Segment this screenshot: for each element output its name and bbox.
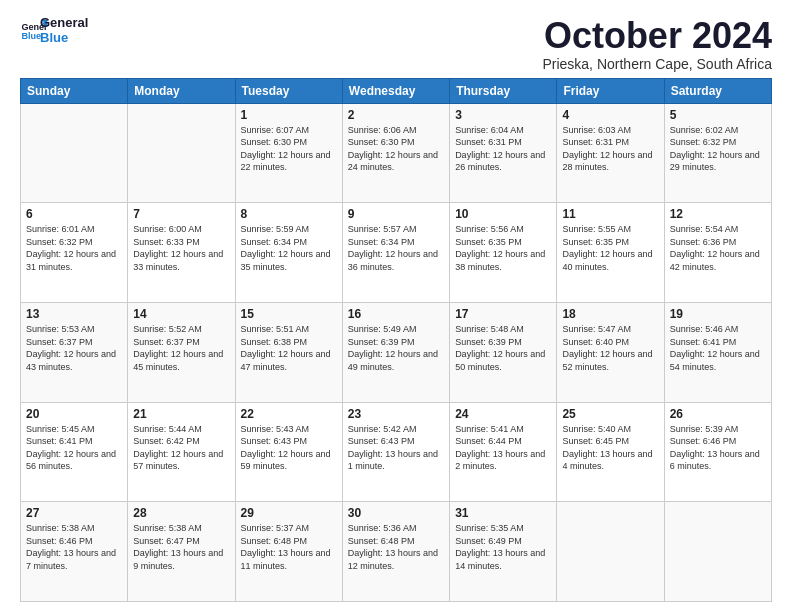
day-number: 20 — [26, 407, 122, 421]
day-detail: Sunrise: 5:35 AM Sunset: 6:49 PM Dayligh… — [455, 522, 551, 572]
day-detail: Sunrise: 6:02 AM Sunset: 6:32 PM Dayligh… — [670, 124, 766, 174]
weekday-header-saturday: Saturday — [664, 78, 771, 103]
day-number: 25 — [562, 407, 658, 421]
day-detail: Sunrise: 5:39 AM Sunset: 6:46 PM Dayligh… — [670, 423, 766, 473]
day-number: 16 — [348, 307, 444, 321]
calendar-cell: 10Sunrise: 5:56 AM Sunset: 6:35 PM Dayli… — [450, 203, 557, 303]
day-number: 19 — [670, 307, 766, 321]
day-detail: Sunrise: 5:42 AM Sunset: 6:43 PM Dayligh… — [348, 423, 444, 473]
calendar-cell: 4Sunrise: 6:03 AM Sunset: 6:31 PM Daylig… — [557, 103, 664, 203]
day-number: 31 — [455, 506, 551, 520]
calendar-cell: 24Sunrise: 5:41 AM Sunset: 6:44 PM Dayli… — [450, 402, 557, 502]
page-title: October 2024 — [542, 16, 772, 56]
day-number: 13 — [26, 307, 122, 321]
page-header: General Blue General Blue October 2024 P… — [20, 16, 772, 72]
day-detail: Sunrise: 5:41 AM Sunset: 6:44 PM Dayligh… — [455, 423, 551, 473]
calendar-week-3: 13Sunrise: 5:53 AM Sunset: 6:37 PM Dayli… — [21, 302, 772, 402]
day-number: 11 — [562, 207, 658, 221]
day-number: 18 — [562, 307, 658, 321]
day-detail: Sunrise: 5:44 AM Sunset: 6:42 PM Dayligh… — [133, 423, 229, 473]
day-detail: Sunrise: 5:54 AM Sunset: 6:36 PM Dayligh… — [670, 223, 766, 273]
weekday-header-sunday: Sunday — [21, 78, 128, 103]
weekday-header-tuesday: Tuesday — [235, 78, 342, 103]
day-detail: Sunrise: 6:07 AM Sunset: 6:30 PM Dayligh… — [241, 124, 337, 174]
day-number: 14 — [133, 307, 229, 321]
day-number: 26 — [670, 407, 766, 421]
day-detail: Sunrise: 5:37 AM Sunset: 6:48 PM Dayligh… — [241, 522, 337, 572]
calendar-cell: 6Sunrise: 6:01 AM Sunset: 6:32 PM Daylig… — [21, 203, 128, 303]
day-detail: Sunrise: 5:53 AM Sunset: 6:37 PM Dayligh… — [26, 323, 122, 373]
title-block: October 2024 Prieska, Northern Cape, Sou… — [542, 16, 772, 72]
day-number: 28 — [133, 506, 229, 520]
day-number: 29 — [241, 506, 337, 520]
day-detail: Sunrise: 5:48 AM Sunset: 6:39 PM Dayligh… — [455, 323, 551, 373]
weekday-header-friday: Friday — [557, 78, 664, 103]
calendar-cell: 3Sunrise: 6:04 AM Sunset: 6:31 PM Daylig… — [450, 103, 557, 203]
day-detail: Sunrise: 6:03 AM Sunset: 6:31 PM Dayligh… — [562, 124, 658, 174]
day-detail: Sunrise: 6:06 AM Sunset: 6:30 PM Dayligh… — [348, 124, 444, 174]
day-number: 23 — [348, 407, 444, 421]
logo-line1: General — [40, 16, 88, 31]
day-number: 30 — [348, 506, 444, 520]
calendar-cell: 2Sunrise: 6:06 AM Sunset: 6:30 PM Daylig… — [342, 103, 449, 203]
calendar-cell: 14Sunrise: 5:52 AM Sunset: 6:37 PM Dayli… — [128, 302, 235, 402]
day-detail: Sunrise: 5:51 AM Sunset: 6:38 PM Dayligh… — [241, 323, 337, 373]
day-detail: Sunrise: 5:47 AM Sunset: 6:40 PM Dayligh… — [562, 323, 658, 373]
calendar-cell — [664, 502, 771, 602]
day-detail: Sunrise: 6:00 AM Sunset: 6:33 PM Dayligh… — [133, 223, 229, 273]
day-detail: Sunrise: 5:49 AM Sunset: 6:39 PM Dayligh… — [348, 323, 444, 373]
calendar-cell: 1Sunrise: 6:07 AM Sunset: 6:30 PM Daylig… — [235, 103, 342, 203]
calendar-table: SundayMondayTuesdayWednesdayThursdayFrid… — [20, 78, 772, 602]
calendar-cell — [128, 103, 235, 203]
day-detail: Sunrise: 5:55 AM Sunset: 6:35 PM Dayligh… — [562, 223, 658, 273]
calendar-cell: 30Sunrise: 5:36 AM Sunset: 6:48 PM Dayli… — [342, 502, 449, 602]
weekday-header-row: SundayMondayTuesdayWednesdayThursdayFrid… — [21, 78, 772, 103]
calendar-cell: 11Sunrise: 5:55 AM Sunset: 6:35 PM Dayli… — [557, 203, 664, 303]
day-number: 10 — [455, 207, 551, 221]
calendar-cell: 20Sunrise: 5:45 AM Sunset: 6:41 PM Dayli… — [21, 402, 128, 502]
calendar-week-2: 6Sunrise: 6:01 AM Sunset: 6:32 PM Daylig… — [21, 203, 772, 303]
day-detail: Sunrise: 5:36 AM Sunset: 6:48 PM Dayligh… — [348, 522, 444, 572]
calendar-cell: 16Sunrise: 5:49 AM Sunset: 6:39 PM Dayli… — [342, 302, 449, 402]
calendar-cell: 27Sunrise: 5:38 AM Sunset: 6:46 PM Dayli… — [21, 502, 128, 602]
calendar-cell — [21, 103, 128, 203]
calendar-week-1: 1Sunrise: 6:07 AM Sunset: 6:30 PM Daylig… — [21, 103, 772, 203]
day-detail: Sunrise: 5:45 AM Sunset: 6:41 PM Dayligh… — [26, 423, 122, 473]
day-number: 8 — [241, 207, 337, 221]
day-number: 12 — [670, 207, 766, 221]
logo: General Blue General Blue — [20, 16, 88, 46]
day-detail: Sunrise: 5:40 AM Sunset: 6:45 PM Dayligh… — [562, 423, 658, 473]
day-detail: Sunrise: 5:56 AM Sunset: 6:35 PM Dayligh… — [455, 223, 551, 273]
logo-line2: Blue — [40, 31, 88, 46]
page-subtitle: Prieska, Northern Cape, South Africa — [542, 56, 772, 72]
calendar-cell: 23Sunrise: 5:42 AM Sunset: 6:43 PM Dayli… — [342, 402, 449, 502]
day-detail: Sunrise: 5:43 AM Sunset: 6:43 PM Dayligh… — [241, 423, 337, 473]
day-number: 15 — [241, 307, 337, 321]
calendar-cell — [557, 502, 664, 602]
calendar-cell: 18Sunrise: 5:47 AM Sunset: 6:40 PM Dayli… — [557, 302, 664, 402]
calendar-week-5: 27Sunrise: 5:38 AM Sunset: 6:46 PM Dayli… — [21, 502, 772, 602]
day-detail: Sunrise: 5:57 AM Sunset: 6:34 PM Dayligh… — [348, 223, 444, 273]
calendar-cell: 12Sunrise: 5:54 AM Sunset: 6:36 PM Dayli… — [664, 203, 771, 303]
weekday-header-monday: Monday — [128, 78, 235, 103]
day-number: 21 — [133, 407, 229, 421]
calendar-cell: 19Sunrise: 5:46 AM Sunset: 6:41 PM Dayli… — [664, 302, 771, 402]
calendar-cell: 26Sunrise: 5:39 AM Sunset: 6:46 PM Dayli… — [664, 402, 771, 502]
day-number: 7 — [133, 207, 229, 221]
calendar-cell: 28Sunrise: 5:38 AM Sunset: 6:47 PM Dayli… — [128, 502, 235, 602]
day-number: 27 — [26, 506, 122, 520]
calendar-cell: 7Sunrise: 6:00 AM Sunset: 6:33 PM Daylig… — [128, 203, 235, 303]
day-detail: Sunrise: 5:52 AM Sunset: 6:37 PM Dayligh… — [133, 323, 229, 373]
day-detail: Sunrise: 6:01 AM Sunset: 6:32 PM Dayligh… — [26, 223, 122, 273]
calendar-cell: 15Sunrise: 5:51 AM Sunset: 6:38 PM Dayli… — [235, 302, 342, 402]
day-detail: Sunrise: 5:59 AM Sunset: 6:34 PM Dayligh… — [241, 223, 337, 273]
day-number: 6 — [26, 207, 122, 221]
calendar-cell: 17Sunrise: 5:48 AM Sunset: 6:39 PM Dayli… — [450, 302, 557, 402]
day-number: 9 — [348, 207, 444, 221]
calendar-cell: 5Sunrise: 6:02 AM Sunset: 6:32 PM Daylig… — [664, 103, 771, 203]
day-detail: Sunrise: 5:38 AM Sunset: 6:47 PM Dayligh… — [133, 522, 229, 572]
day-number: 5 — [670, 108, 766, 122]
day-detail: Sunrise: 6:04 AM Sunset: 6:31 PM Dayligh… — [455, 124, 551, 174]
calendar-cell: 29Sunrise: 5:37 AM Sunset: 6:48 PM Dayli… — [235, 502, 342, 602]
calendar-cell: 8Sunrise: 5:59 AM Sunset: 6:34 PM Daylig… — [235, 203, 342, 303]
